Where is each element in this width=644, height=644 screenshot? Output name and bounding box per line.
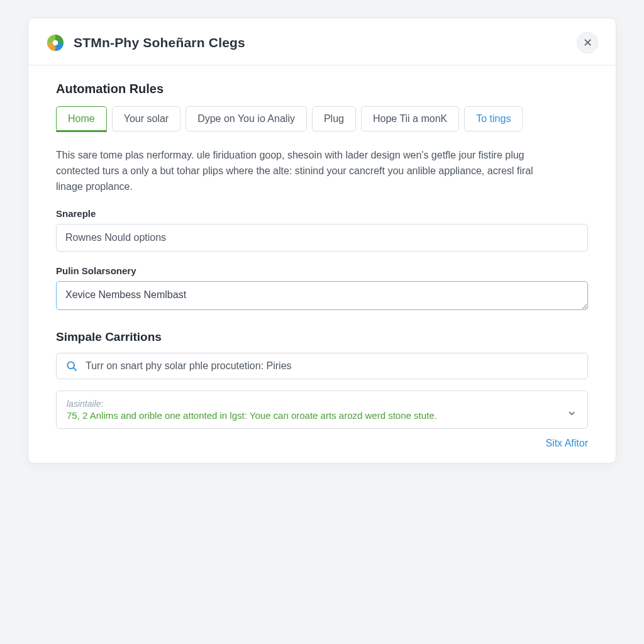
search-icon <box>65 360 78 372</box>
modal-header: STMn-Phy Soheñarn Clegs ✕ <box>28 18 616 65</box>
tabs-row: Home Your solar Dype on You io Analiy Pl… <box>56 106 588 131</box>
app-title: STMn-Phy Soheñarn Clegs <box>74 35 245 50</box>
status-panel[interactable]: lasintaile: 75, 2 Anlims and orible one … <box>56 391 588 429</box>
app-logo-icon <box>46 33 65 52</box>
svg-point-1 <box>67 362 74 369</box>
snareple-input[interactable] <box>56 224 588 252</box>
field-label-snareple: Snareple <box>56 208 588 219</box>
sitx-afitor-link[interactable]: Sitx Afitor <box>545 438 588 449</box>
status-label: lasintaile: <box>67 399 566 409</box>
search-input[interactable] <box>86 360 579 372</box>
section-title: Automation Rules <box>56 82 588 96</box>
field-label-pulin: Pulin Solarsonery <box>56 265 588 276</box>
tab-your-solar[interactable]: Your solar <box>112 106 180 131</box>
section-description: This sare tome plas nerformay. ule firid… <box>56 148 534 194</box>
search-box[interactable] <box>56 353 588 379</box>
modal-body: Automation Rules Home Your solar Dype on… <box>28 65 616 463</box>
status-text-block: lasintaile: 75, 2 Anlims and orible one … <box>67 399 566 421</box>
close-icon: ✕ <box>583 36 592 50</box>
close-button[interactable]: ✕ <box>577 32 598 53</box>
tab-hope-monk[interactable]: Hope Tii a monK <box>361 106 459 131</box>
tab-home[interactable]: Home <box>56 106 107 131</box>
subsection-title: Simpale Carritions <box>56 330 588 344</box>
tab-dype-analiy[interactable]: Dype on You io Analiy <box>186 106 307 131</box>
tab-plug[interactable]: Plug <box>312 106 356 131</box>
svg-point-0 <box>53 40 58 45</box>
tab-to-tings[interactable]: To tings <box>464 106 523 131</box>
automation-rules-modal: STMn-Phy Soheñarn Clegs ✕ Automation Rul… <box>28 18 616 464</box>
pulin-solarsonery-input[interactable] <box>56 281 588 310</box>
chevron-down-icon: ⌄ <box>566 399 577 419</box>
svg-line-2 <box>74 368 77 371</box>
status-message: 75, 2 Anlims and orible one attonted in … <box>67 410 566 421</box>
modal-footer: Sitx Afitor <box>56 438 588 449</box>
